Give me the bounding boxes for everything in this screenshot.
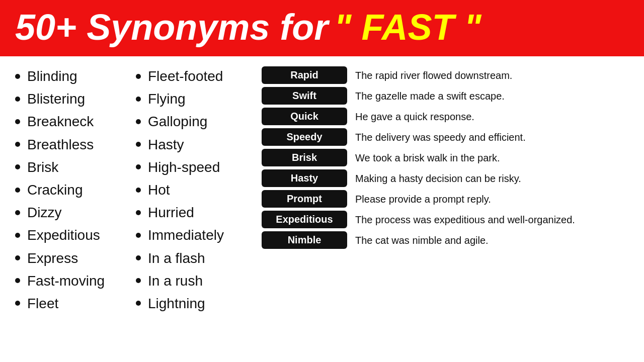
bullet-dot bbox=[136, 142, 141, 147]
example-row: Swift The gazelle made a swift escape. bbox=[262, 87, 629, 105]
bullet-dot bbox=[136, 210, 141, 215]
bullet-dot bbox=[136, 97, 141, 102]
example-sentence: The delivery was speedy and efficient. bbox=[355, 131, 526, 144]
list-item: Blistering bbox=[15, 89, 131, 109]
bullet-dot bbox=[15, 210, 20, 215]
list-item: Galloping bbox=[136, 112, 252, 131]
list-item: Fast-moving bbox=[15, 271, 131, 291]
example-sentence: We took a brisk walk in the park. bbox=[355, 151, 500, 164]
bullet-dot bbox=[136, 255, 141, 260]
list-item: Blinding bbox=[15, 66, 131, 86]
bullet-dot bbox=[15, 164, 20, 169]
bullet-dot bbox=[15, 188, 20, 193]
bullet-dot bbox=[15, 233, 20, 238]
bullet-dot bbox=[15, 97, 20, 102]
bullet-dot bbox=[15, 255, 20, 260]
header-title-main: 50+ Synonyms for bbox=[15, 9, 328, 45]
list-item: Hurried bbox=[136, 203, 252, 222]
bullet-dot bbox=[136, 233, 141, 238]
list-item: Brisk bbox=[15, 157, 131, 177]
list-item: Expeditious bbox=[15, 225, 131, 245]
example-row: Prompt Please provide a prompt reply. bbox=[262, 190, 629, 208]
bullet-dot bbox=[136, 164, 141, 169]
bullet-dot bbox=[136, 301, 141, 306]
example-sentence: The process was expeditious and well-org… bbox=[355, 213, 575, 226]
example-sentence: Please provide a prompt reply. bbox=[355, 193, 491, 206]
list-item: Express bbox=[15, 248, 131, 268]
example-sentence: He gave a quick response. bbox=[355, 110, 474, 123]
list-item: Fleet bbox=[15, 294, 131, 313]
example-sentence: The gazelle made a swift escape. bbox=[355, 89, 505, 103]
list-item: In a rush bbox=[136, 271, 252, 291]
list-item: Cracking bbox=[15, 180, 131, 200]
example-badge: Rapid bbox=[262, 66, 347, 84]
bullet-dot bbox=[15, 142, 20, 147]
synonyms-col-1: BlindingBlisteringBreakneckBreathlessBri… bbox=[15, 66, 136, 316]
list-item: Immediately bbox=[136, 225, 252, 245]
list-item: Dizzy bbox=[15, 203, 131, 222]
example-row: Nimble The cat was nimble and agile. bbox=[262, 231, 629, 249]
main-content: BlindingBlisteringBreakneckBreathlessBri… bbox=[0, 56, 644, 321]
example-badge: Swift bbox=[262, 87, 347, 105]
list-item: Hasty bbox=[136, 135, 252, 154]
bullet-dot bbox=[15, 301, 20, 306]
example-row: Rapid The rapid river flowed downstream. bbox=[262, 66, 629, 84]
list-item: Hot bbox=[136, 180, 252, 200]
page-header: 50+ Synonyms for " FAST " bbox=[0, 0, 644, 56]
bullet-dot bbox=[136, 74, 141, 79]
bullet-dot bbox=[15, 278, 20, 283]
example-sentence: Making a hasty decision can be risky. bbox=[355, 172, 521, 185]
synonyms-col-2: Fleet-footedFlyingGallopingHastyHigh-spe… bbox=[136, 66, 257, 316]
bullet-dot bbox=[136, 188, 141, 193]
header-title-highlight: " FAST " bbox=[334, 9, 481, 45]
list-item: Breakneck bbox=[15, 112, 131, 131]
bullet-dot bbox=[15, 74, 20, 79]
example-badge: Speedy bbox=[262, 128, 347, 146]
example-row: Hasty Making a hasty decision can be ris… bbox=[262, 169, 629, 187]
example-row: Brisk We took a brisk walk in the park. bbox=[262, 149, 629, 166]
example-badge: Prompt bbox=[262, 190, 347, 208]
example-sentence: The rapid river flowed downstream. bbox=[355, 69, 512, 82]
list-item: Lightning bbox=[136, 294, 252, 313]
bullet-dot bbox=[136, 119, 141, 124]
examples-col: Rapid The rapid river flowed downstream.… bbox=[257, 66, 629, 316]
example-row: Quick He gave a quick response. bbox=[262, 108, 629, 125]
list-item: Breathless bbox=[15, 135, 131, 154]
example-row: Speedy The delivery was speedy and effic… bbox=[262, 128, 629, 146]
list-item: Fleet-footed bbox=[136, 66, 252, 86]
bullet-dot bbox=[15, 119, 20, 124]
example-badge: Quick bbox=[262, 108, 347, 125]
example-badge: Nimble bbox=[262, 231, 347, 249]
list-item: Flying bbox=[136, 89, 252, 109]
list-item: In a flash bbox=[136, 248, 252, 268]
list-item: High-speed bbox=[136, 157, 252, 177]
example-badge: Expeditious bbox=[262, 211, 347, 228]
example-sentence: The cat was nimble and agile. bbox=[355, 234, 489, 247]
bullet-dot bbox=[136, 278, 141, 283]
example-badge: Hasty bbox=[262, 169, 347, 187]
example-row: Expeditious The process was expeditious … bbox=[262, 211, 629, 228]
example-badge: Brisk bbox=[262, 149, 347, 166]
